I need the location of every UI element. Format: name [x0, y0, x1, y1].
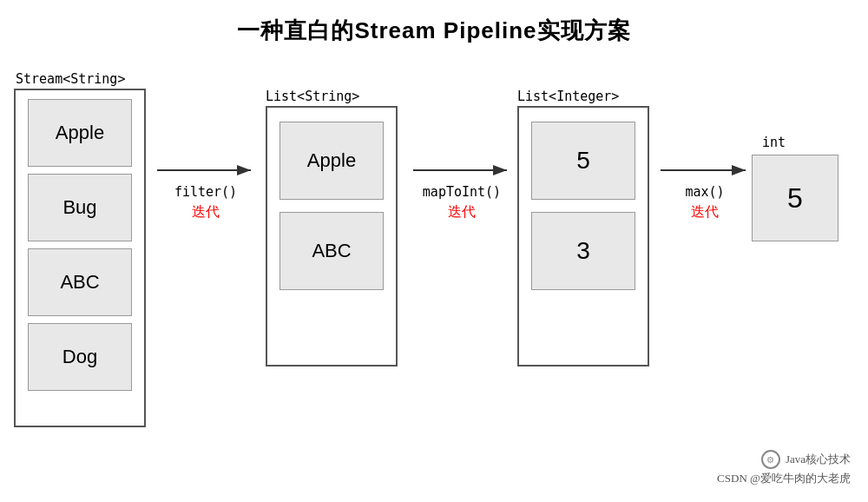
filter-arrow-area: filter() 迭代: [149, 156, 262, 221]
watermark: ⚙ Java核心技术 CSDN @爱吃牛肉的大老虎: [717, 450, 851, 486]
list-string-label: List<String>: [266, 89, 359, 104]
diagram: Stream<String> Apple Bug ABC Dog filter: [0, 52, 868, 486]
list-integer-label: List<Integer>: [517, 89, 619, 104]
watermark-logo: ⚙ Java核心技术: [717, 450, 851, 469]
stream-item-apple: Apple: [28, 99, 132, 167]
list-integer-outer-box: 5 3: [517, 106, 649, 367]
maptoint-label: mapToInt(): [423, 184, 501, 200]
result-box: 5: [752, 155, 838, 241]
stream-item-bug: Bug: [28, 174, 132, 241]
list-string-outer-box: Apple ABC: [266, 106, 398, 367]
max-arrow-area: max() 迭代: [653, 156, 757, 221]
maptoint-iterate: 迭代: [448, 203, 476, 221]
stream-label: Stream<String>: [16, 71, 125, 87]
max-label: max(): [685, 184, 724, 200]
list-string-item-apple: Apple: [279, 122, 384, 200]
stream-item-dog: Dog: [28, 323, 132, 391]
watermark-icon: ⚙: [761, 450, 780, 469]
page: 一种直白的Stream Pipeline实现方案 Stream<String> …: [0, 0, 868, 502]
max-iterate: 迭代: [691, 203, 719, 221]
page-title: 一种直白的Stream Pipeline实现方案: [0, 0, 868, 46]
stream-outer-box: Apple Bug ABC Dog: [14, 89, 146, 427]
list-string-item-abc: ABC: [279, 212, 384, 290]
watermark-line2: CSDN @爱吃牛肉的大老虎: [717, 471, 851, 486]
filter-arrow: [154, 156, 258, 184]
maptoint-arrow: [410, 156, 514, 184]
filter-label: filter(): [174, 184, 237, 200]
int-label: int: [762, 135, 786, 150]
watermark-line1: Java核心技术: [786, 452, 851, 467]
max-arrow: [657, 156, 753, 184]
stream-item-abc: ABC: [28, 248, 132, 316]
filter-iterate: 迭代: [192, 203, 220, 221]
list-integer-item-3: 3: [531, 212, 635, 290]
maptoint-arrow-area: mapToInt() 迭代: [401, 156, 523, 221]
list-integer-item-5: 5: [531, 122, 635, 200]
